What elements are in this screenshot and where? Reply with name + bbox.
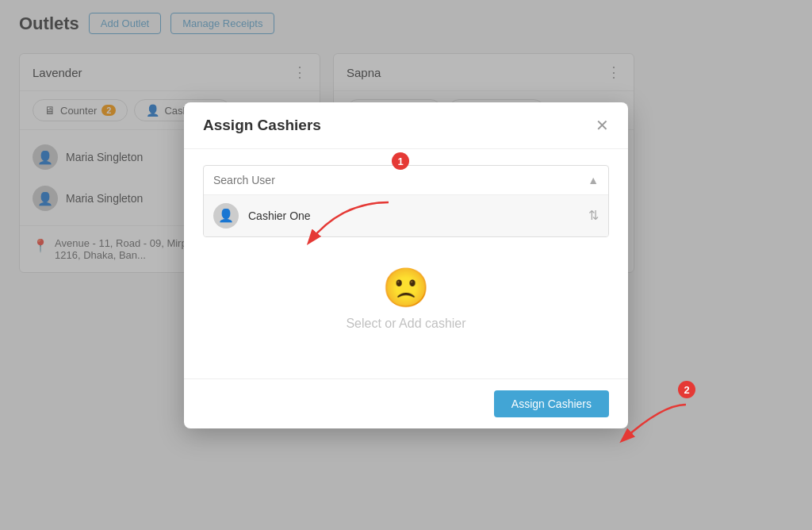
empty-state-text: Select or Add cashier — [346, 317, 465, 331]
sort-icon: ⇅ — [588, 208, 599, 223]
chevron-up-icon: ▲ — [588, 174, 599, 186]
modal-title: Assign Cashiers — [203, 117, 321, 134]
empty-state: 🙁 Select or Add cashier — [203, 237, 609, 363]
modal-header: Assign Cashiers ✕ — [184, 102, 628, 149]
modal-footer: Assign Cashiers — [184, 378, 628, 428]
search-input[interactable] — [213, 174, 588, 186]
assign-cashiers-button[interactable]: Assign Cashiers — [494, 390, 609, 417]
modal-backdrop: Assign Cashiers ✕ ▲ 👤 Cashier One ⇅ — [0, 0, 812, 530]
sad-face-icon: 🙁 — [382, 269, 430, 307]
cashier-one-name: Cashier One — [248, 209, 579, 222]
search-dropdown: ▲ 👤 Cashier One ⇅ — [203, 165, 609, 237]
page: Outlets Add Outlet Manage Receipts Laven… — [0, 0, 812, 530]
modal-close-button[interactable]: ✕ — [596, 117, 609, 133]
modal-body: ▲ 👤 Cashier One ⇅ 🙁 Select or Add cashie… — [184, 149, 628, 378]
assign-cashiers-modal: Assign Cashiers ✕ ▲ 👤 Cashier One ⇅ — [184, 102, 628, 428]
search-input-row: ▲ — [204, 166, 608, 195]
cashier-one-avatar: 👤 — [213, 203, 239, 229]
dropdown-item-cashier-one[interactable]: 👤 Cashier One ⇅ — [204, 195, 608, 236]
